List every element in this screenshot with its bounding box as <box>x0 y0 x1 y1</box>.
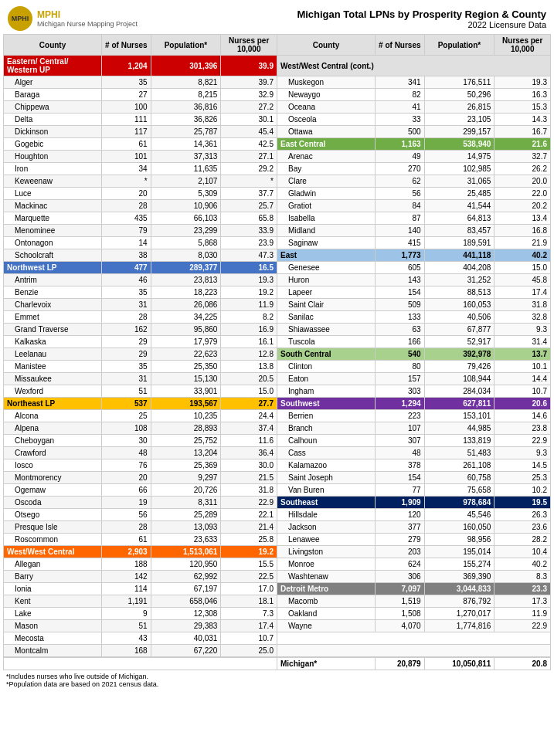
county-nurses-cell: 56 <box>376 188 425 200</box>
county-nurses-cell: 87 <box>376 212 425 225</box>
table-row: Schoolcraft 38 8,030 47.3East 1,773 441,… <box>4 249 551 262</box>
county-name-cell: Gratiot <box>277 200 375 212</box>
county-pop-cell: 40,031 <box>151 632 221 645</box>
table-row: Eastern/ Central/ Western UP 1,204 301,3… <box>4 56 551 76</box>
county-pop-cell: 25,787 <box>151 126 221 138</box>
county-pop-cell: 876,792 <box>424 595 495 608</box>
county-name-cell: Clare <box>277 175 375 188</box>
table-row: Iron 34 11,635 29.2Bay 270 102,985 26.2 <box>4 163 551 175</box>
county-pop-cell: 26,086 <box>151 299 221 311</box>
county-name-cell: Cheboygan <box>4 435 102 447</box>
county-name-cell: Allegan <box>4 558 102 571</box>
region-pop-cell: 1,513,061 <box>151 546 221 558</box>
county-nurses-cell: 108 <box>102 422 151 435</box>
county-pop-cell: 153,101 <box>424 410 495 422</box>
county-pop-cell: 5,309 <box>151 188 221 200</box>
county-per10k-cell: 25.8 <box>221 534 277 546</box>
county-pop-cell: 120,950 <box>151 558 221 571</box>
table-row: Crawford 48 13,204 36.4Cass 48 51,483 9.… <box>4 447 551 459</box>
county-nurses-cell: 31 <box>102 299 151 311</box>
county-nurses-cell: 114 <box>102 583 151 595</box>
county-per10k-cell: 16.8 <box>495 225 551 237</box>
table-row: Lake 9 12,308 7.3Oakland 1,508 1,270,017… <box>4 608 551 620</box>
county-pop-cell: 13,093 <box>151 521 221 534</box>
county-per10k-cell: 36.4 <box>221 447 277 459</box>
county-name-cell: Saint Joseph <box>277 472 375 484</box>
county-nurses-cell: 1,191 <box>102 595 151 608</box>
region-per10k-cell: 16.5 <box>221 262 277 274</box>
footnote-1: *Includes nurses who live outside of Mic… <box>6 673 548 680</box>
county-name-cell: Alpena <box>4 422 102 435</box>
county-name-cell: Manistee <box>4 361 102 373</box>
col-per10k-right: Nurses per 10,000 <box>495 35 551 56</box>
region-pop-cell: 301,396 <box>151 56 221 76</box>
county-name-cell: Luce <box>4 188 102 200</box>
county-name-cell: Iron <box>4 163 102 175</box>
county-per10k-cell: 32.8 <box>495 311 551 324</box>
county-nurses-cell: 14 <box>102 237 151 249</box>
county-pop-cell: 14,975 <box>424 151 495 163</box>
county-pop-cell: 67,197 <box>151 583 221 595</box>
county-pop-cell: 95,860 <box>151 324 221 336</box>
county-nurses-cell: 46 <box>102 274 151 286</box>
county-pop-cell: 25,350 <box>151 361 221 373</box>
county-name-cell: Montmorency <box>4 472 102 484</box>
region-per10k-cell: 39.9 <box>221 56 277 76</box>
county-name-cell: Oakland <box>277 608 375 620</box>
county-name-cell: Saint Clair <box>277 299 375 311</box>
county-per10k-cell: 11.9 <box>221 299 277 311</box>
county-nurses-cell: 117 <box>102 126 151 138</box>
county-name-cell: Alger <box>4 76 102 89</box>
region-nurses-cell: 477 <box>102 262 151 274</box>
header: MPHI MPHI Michigan Nurse Mapping Project… <box>3 3 551 34</box>
county-nurses-cell: 415 <box>376 237 425 249</box>
region-name-cell: Eastern/ Central/ Western UP <box>4 56 102 76</box>
county-nurses-cell: 377 <box>376 521 425 534</box>
county-per10k-cell: 22.0 <box>495 188 551 200</box>
county-name-cell: Kalkaska <box>4 336 102 348</box>
county-name-cell: Ingham <box>277 385 375 398</box>
county-per10k-cell: 45.8 <box>495 274 551 286</box>
county-pop-cell: 51,483 <box>424 447 495 459</box>
table-row: Luce 20 5,309 37.7Gladwin 56 25,485 22.0 <box>4 188 551 200</box>
county-name-cell: Presque Isle <box>4 521 102 534</box>
county-pop-cell: 23,299 <box>151 225 221 237</box>
county-pop-cell: 44,985 <box>424 422 495 435</box>
michigan-label: Michigan* <box>277 658 376 670</box>
county-name-cell: Clinton <box>277 361 375 373</box>
county-pop-cell: 34,225 <box>151 311 221 324</box>
logo-area: MPHI MPHI Michigan Nurse Mapping Project <box>8 6 138 31</box>
county-per10k-cell: 32.9 <box>221 89 277 101</box>
county-pop-cell: 25,752 <box>151 435 221 447</box>
county-pop-cell: 5,868 <box>151 237 221 249</box>
county-name-cell: Alcona <box>4 410 102 422</box>
county-nurses-cell: 35 <box>102 361 151 373</box>
table-row: Antrim 46 23,813 19.3Huron 143 31,252 45… <box>4 274 551 286</box>
region-pop-cell: 392,978 <box>424 348 495 361</box>
region-nurses-cell: 2,903 <box>102 546 151 558</box>
county-name-cell: Otsego <box>4 509 102 521</box>
county-nurses-cell: 142 <box>102 571 151 583</box>
region-per10k-cell: 23.3 <box>495 583 551 595</box>
county-pop-cell: 102,985 <box>424 163 495 175</box>
county-per10k-cell: 17.4 <box>495 286 551 299</box>
county-nurses-cell: 84 <box>376 200 425 212</box>
county-name-cell: Berrien <box>277 410 375 422</box>
county-pop-cell: 18,223 <box>151 286 221 299</box>
region-per10k-cell: 13.7 <box>495 348 551 361</box>
county-per10k-cell: 19.3 <box>495 76 551 89</box>
county-name-cell: Van Buren <box>277 484 375 497</box>
county-name-cell: Muskegon <box>277 76 375 89</box>
county-name-cell: Ontonagon <box>4 237 102 249</box>
county-pop-cell: 31,252 <box>424 274 495 286</box>
region-name-cell: East Central <box>277 138 375 151</box>
county-per10k-cell: 17.4 <box>221 620 277 632</box>
county-per10k-cell: 22.1 <box>221 509 277 521</box>
county-per10k-cell: 10.2 <box>495 484 551 497</box>
county-per10k-cell: 25.0 <box>221 645 277 657</box>
county-per10k-cell: 22.5 <box>221 571 277 583</box>
county-pop-cell: 155,274 <box>424 558 495 571</box>
table-row: West/West Central 2,903 1,513,061 19.2Li… <box>4 546 551 558</box>
county-pop-cell: 28,893 <box>151 422 221 435</box>
region-name-cell: Southwest <box>277 398 375 410</box>
